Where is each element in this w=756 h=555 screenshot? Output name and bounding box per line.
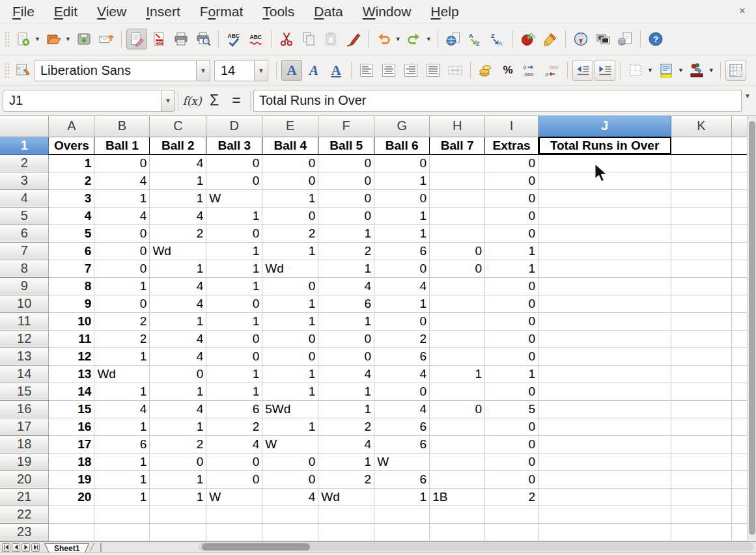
cell-D16[interactable]: 6 [206, 400, 262, 418]
copy-button[interactable] [298, 29, 319, 49]
cell-K22[interactable] [671, 506, 732, 523]
row-header-9[interactable]: 9 [0, 277, 49, 295]
cell-A3[interactable]: 2 [49, 172, 94, 189]
cell-F20[interactable]: 2 [318, 470, 374, 488]
cell-G10[interactable]: 1 [374, 295, 430, 312]
toolbar-grip[interactable] [4, 62, 9, 79]
cell-B9[interactable]: 1 [94, 277, 150, 295]
cell-K16[interactable] [671, 400, 732, 418]
cell-J5[interactable] [539, 207, 671, 224]
cell-A15[interactable]: 14 [49, 383, 94, 400]
cell-A23[interactable] [49, 523, 94, 541]
cell-F12[interactable]: 0 [318, 330, 374, 347]
cell-B17[interactable]: 1 [94, 418, 150, 435]
cell-F19[interactable]: 1 [318, 453, 374, 470]
cell-G6[interactable]: 1 [374, 224, 430, 242]
open-button[interactable] [43, 29, 64, 49]
cell-E11[interactable]: 1 [262, 312, 318, 330]
cell-G21[interactable]: 1 [374, 488, 430, 506]
cell-J16[interactable] [539, 400, 671, 418]
cell-E20[interactable]: 0 [262, 470, 318, 488]
vertical-scrollbar-thumb[interactable] [749, 121, 755, 535]
cell-C10[interactable]: 4 [150, 295, 206, 312]
cell-H13[interactable] [430, 347, 485, 365]
menu-file[interactable]: File [3, 2, 44, 21]
cell-E9[interactable]: 0 [262, 277, 318, 295]
cell-B21[interactable]: 1 [94, 488, 150, 506]
font-color-button[interactable] [686, 60, 707, 81]
cell-H11[interactable] [430, 312, 485, 330]
cell-J11[interactable] [539, 312, 671, 330]
decrease-indent-button[interactable] [572, 60, 593, 81]
print-preview-button[interactable] [193, 29, 214, 49]
cell-C13[interactable]: 4 [150, 347, 206, 365]
column-header-D[interactable]: D [206, 116, 262, 137]
cell-J12[interactable] [539, 330, 671, 347]
cell-H3[interactable] [430, 172, 485, 189]
align-right-button[interactable] [400, 60, 421, 81]
cell-I12[interactable]: 0 [485, 330, 539, 347]
percent-format-button[interactable]: % [497, 60, 518, 81]
cell-D3[interactable]: 0 [206, 172, 262, 189]
menu-data[interactable]: Data [304, 2, 352, 21]
column-header-H[interactable]: H [430, 116, 485, 137]
cell-K12[interactable] [671, 330, 732, 347]
cell-H1[interactable]: Ball 7 [430, 137, 485, 154]
cell-F1[interactable]: Ball 5 [318, 137, 374, 154]
cell-D15[interactable]: 1 [206, 383, 262, 400]
cell-B13[interactable]: 1 [94, 347, 150, 365]
row-header-21[interactable]: 21 [0, 488, 49, 506]
menu-tools[interactable]: Tools [253, 2, 304, 21]
cell-G9[interactable]: 4 [374, 277, 430, 295]
cell-J9[interactable] [539, 277, 671, 295]
menu-format[interactable]: Format [190, 2, 253, 21]
cell-H20[interactable] [430, 470, 485, 488]
column-header-G[interactable]: G [374, 116, 430, 137]
cell-J18[interactable] [539, 435, 671, 453]
cell-J19[interactable] [539, 453, 671, 470]
cell-H18[interactable] [430, 435, 485, 453]
cell-G12[interactable]: 2 [374, 330, 430, 347]
cell-D11[interactable]: 1 [206, 312, 262, 330]
cell-D20[interactable]: 0 [206, 470, 262, 488]
cell-B11[interactable]: 2 [94, 312, 150, 330]
cell-J21[interactable] [539, 488, 671, 506]
undo-dropdown-icon[interactable]: ▼ [395, 36, 401, 42]
cell-H22[interactable] [430, 506, 485, 523]
cell-C21[interactable]: 1 [150, 488, 206, 506]
cell-D21[interactable]: W [206, 488, 262, 506]
cell-A4[interactable]: 3 [49, 189, 94, 207]
cell-F23[interactable] [318, 523, 374, 541]
cell-H6[interactable] [430, 224, 485, 242]
cell-C5[interactable]: 4 [150, 207, 206, 224]
cell-F8[interactable]: 1 [318, 260, 374, 277]
cell-B2[interactable]: 0 [94, 154, 150, 172]
row-header-4[interactable]: 4 [0, 189, 49, 207]
cell-B20[interactable]: 1 [94, 470, 150, 488]
cell-I8[interactable]: 1 [485, 260, 539, 277]
cell-B12[interactable]: 2 [94, 330, 150, 347]
cell-H8[interactable]: 0 [430, 260, 485, 277]
cell-C16[interactable]: 4 [150, 400, 206, 418]
column-header-I[interactable]: I [485, 116, 539, 137]
cell-C18[interactable]: 2 [150, 435, 206, 453]
cell-F16[interactable]: 1 [318, 400, 374, 418]
cell-F5[interactable]: 0 [318, 207, 374, 224]
cell-B1[interactable]: Ball 1 [94, 137, 150, 154]
cell-F3[interactable]: 0 [318, 172, 374, 189]
last-sheet-icon[interactable] [31, 543, 40, 552]
cell-C2[interactable]: 4 [150, 154, 206, 172]
cell-C22[interactable] [150, 506, 206, 523]
cell-G22[interactable] [374, 506, 430, 523]
cell-G20[interactable]: 6 [374, 470, 430, 488]
cell-E1[interactable]: Ball 4 [262, 137, 318, 154]
name-box[interactable]: J1 [3, 90, 161, 112]
cell-I1[interactable]: Extras [485, 137, 539, 154]
borders-dropdown-icon[interactable]: ▼ [647, 67, 653, 74]
cell-C7[interactable]: Wd [150, 242, 206, 260]
formula-input[interactable]: Total Runs in Over [253, 90, 742, 112]
column-header-K[interactable]: K [671, 116, 732, 137]
cell-F15[interactable]: 1 [318, 383, 374, 400]
cell-A21[interactable]: 20 [49, 488, 94, 506]
row-header-3[interactable]: 3 [0, 172, 49, 189]
